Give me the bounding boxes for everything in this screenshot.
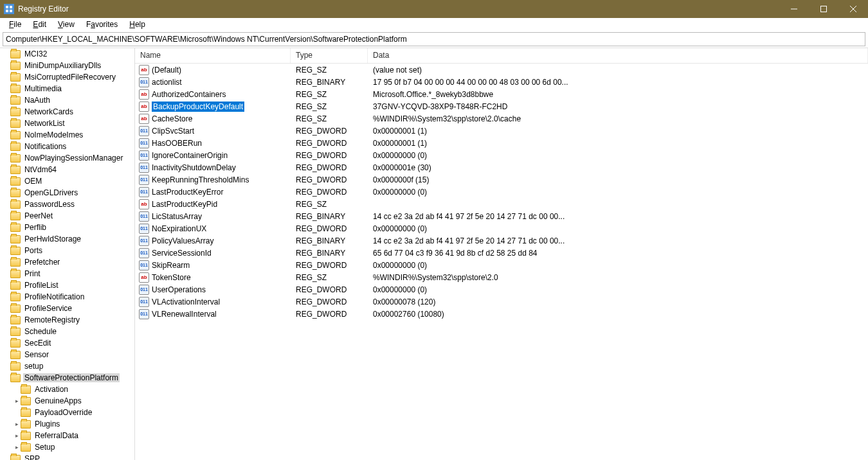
tree-item-label: PasswordLess	[23, 200, 76, 209]
list-row[interactable]: abBackupProductKeyDefaultREG_SZ37GNV-YCQ…	[135, 100, 868, 112]
menu-favorites[interactable]: Favorites	[81, 19, 123, 30]
value-data: 65 6d 77 04 c3 f9 36 41 9d 8b cf d2 58 2…	[368, 249, 868, 258]
menu-file[interactable]: File	[4, 19, 26, 30]
folder-icon	[10, 177, 21, 186]
list-row[interactable]: 011UserOperationsREG_DWORD0x00000000 (0)	[135, 283, 868, 296]
tree-item[interactable]: PeerNet	[0, 210, 134, 222]
tree-item[interactable]: ▸Plugins	[0, 418, 134, 430]
tree-item[interactable]: ▸Activation	[0, 384, 134, 395]
list-row[interactable]: 011VLActivationIntervalREG_DWORD0x000000…	[135, 296, 868, 308]
expander-placeholder	[3, 270, 10, 278]
minimize-button[interactable]	[779, 0, 809, 18]
value-name: LastProductKeyError	[152, 188, 223, 197]
string-value-icon: ab	[139, 114, 149, 124]
list-row[interactable]: 011InactivityShutdownDelayREG_DWORD0x000…	[135, 161, 868, 173]
menu-edit[interactable]: Edit	[28, 19, 51, 30]
list-row[interactable]: 011KeepRunningThresholdMinsREG_DWORD0x00…	[135, 173, 868, 186]
tree-item[interactable]: ProfileNotification	[0, 291, 134, 303]
list-row[interactable]: 011SkipRearmREG_DWORD0x00000000 (0)	[135, 259, 868, 271]
list-row[interactable]: 011VLRenewalIntervalREG_DWORD0x00002760 …	[135, 308, 868, 320]
chevron-right-icon[interactable]: ▸	[13, 420, 21, 428]
tree-item[interactable]: Notifications	[0, 141, 134, 152]
tree-item[interactable]: Schedule	[0, 326, 134, 337]
tree-item[interactable]: Print	[0, 268, 134, 279]
folder-icon	[21, 432, 31, 440]
list-row[interactable]: abLastProductKeyPidREG_SZ	[135, 198, 868, 210]
folder-icon	[10, 247, 21, 255]
value-data: 14 cc e2 3a 2d ab f4 41 97 2f 5e 20 14 2…	[368, 236, 868, 245]
address-bar[interactable]: Computer\HKEY_LOCAL_MACHINE\SOFTWARE\Mic…	[3, 32, 865, 46]
list-row[interactable]: 011HasOOBERunREG_DWORD0x00000001 (1)	[135, 137, 868, 149]
tree-item[interactable]: Perflib	[0, 222, 134, 233]
tree-item[interactable]: NetworkCards	[0, 106, 134, 118]
tree-item[interactable]: MCI32	[0, 48, 134, 60]
tree-item[interactable]: ▸ReferralData	[0, 430, 134, 441]
list-row[interactable]: 011ClipSvcStartREG_DWORD0x00000001 (1)	[135, 125, 868, 137]
menu-view[interactable]: View	[53, 19, 80, 30]
list-row[interactable]: 011IgnoreContainerOriginREG_DWORD0x00000…	[135, 149, 868, 161]
tree-item[interactable]: NetworkList	[0, 118, 134, 129]
tree-item[interactable]: SecEdit	[0, 337, 134, 349]
menu-help[interactable]: Help	[124, 19, 150, 30]
tree-item-label: Sensor	[23, 350, 50, 359]
tree-item[interactable]: NowPlayingSessionManager	[0, 152, 134, 164]
expander-placeholder	[3, 316, 10, 324]
tree-item[interactable]: NoImeModeImes	[0, 129, 134, 141]
maximize-button[interactable]	[809, 0, 838, 18]
folder-icon	[10, 73, 21, 82]
tree-item[interactable]: setup	[0, 360, 134, 372]
folder-icon	[21, 409, 31, 417]
list-row[interactable]: 011actionlistREG_BINARY17 95 0f b7 04 00…	[135, 76, 868, 88]
folder-icon	[10, 316, 21, 324]
expander-placeholder	[3, 247, 10, 254]
tree-pane[interactable]: MCI32MiniDumpAuxiliaryDllsMsiCorruptedFi…	[0, 48, 135, 460]
tree-item[interactable]: ▸PayloadOverride	[0, 407, 134, 418]
tree-item[interactable]: ProfileList	[0, 279, 134, 291]
tree-item[interactable]: PerHwIdStorage	[0, 233, 134, 245]
chevron-right-icon[interactable]: ▸	[13, 443, 21, 451]
tree-item[interactable]: SPP	[0, 453, 134, 460]
tree-item[interactable]: NaAuth	[0, 94, 134, 106]
tree-item[interactable]: Multimedia	[0, 83, 134, 94]
value-type: REG_SZ	[291, 90, 368, 99]
folder-icon	[10, 374, 21, 382]
titlebar[interactable]: Registry Editor	[0, 0, 868, 18]
column-header-type[interactable]: Type	[291, 48, 368, 63]
tree-item[interactable]: MsiCorruptedFileRecovery	[0, 71, 134, 83]
value-data: 0x00000000 (0)	[368, 224, 868, 233]
list-row[interactable]: abAuthorizedContainersREG_SZMicrosoft.Of…	[135, 88, 868, 100]
value-name: IgnoreContainerOrigin	[152, 151, 228, 160]
tree-item[interactable]: Prefetcher	[0, 256, 134, 268]
tree-item[interactable]: ▸Setup	[0, 441, 134, 453]
binary-value-icon: 011	[139, 150, 149, 161]
value-type: REG_DWORD	[291, 127, 368, 136]
tree-item[interactable]: NtVdm64	[0, 164, 134, 175]
tree-item[interactable]: MiniDumpAuxiliaryDlls	[0, 60, 134, 71]
list-row[interactable]: abCacheStoreREG_SZ%WINDIR%\System32\spp\…	[135, 112, 868, 125]
list-row[interactable]: 011PolicyValuesArrayREG_BINARY14 cc e2 3…	[135, 234, 868, 247]
close-button[interactable]	[838, 0, 868, 18]
column-header-data[interactable]: Data	[368, 48, 868, 63]
tree-item[interactable]: SoftwareProtectionPlatform	[0, 372, 134, 384]
list-row[interactable]: abTokenStoreREG_SZ%WINDIR%\System32\spp\…	[135, 271, 868, 283]
list-pane[interactable]: Name Type Data ab(Default)REG_SZ(value n…	[135, 48, 868, 460]
list-row[interactable]: 011LicStatusArrayREG_BINARY14 cc e2 3a 2…	[135, 210, 868, 222]
tree-item[interactable]: RemoteRegistry	[0, 314, 134, 326]
chevron-right-icon[interactable]: ▸	[13, 432, 21, 439]
tree-item[interactable]: ▸GenuineApps	[0, 395, 134, 407]
list-row[interactable]: 011LastProductKeyErrorREG_DWORD0x0000000…	[135, 186, 868, 198]
tree-item[interactable]: PasswordLess	[0, 199, 134, 210]
list-row[interactable]: 011ServiceSessionIdREG_BINARY65 6d 77 04…	[135, 247, 868, 259]
tree-item[interactable]: OpenGLDrivers	[0, 187, 134, 199]
tree-item-label: NoImeModeImes	[23, 130, 84, 139]
tree-item[interactable]: OEM	[0, 175, 134, 187]
expander-placeholder	[3, 62, 10, 69]
tree-item-label: GenuineApps	[33, 396, 83, 405]
chevron-right-icon[interactable]: ▸	[13, 397, 21, 405]
list-row[interactable]: ab(Default)REG_SZ(value not set)	[135, 64, 868, 76]
tree-item[interactable]: ProfileService	[0, 303, 134, 314]
tree-item[interactable]: Sensor	[0, 349, 134, 360]
tree-item[interactable]: Ports	[0, 245, 134, 256]
list-row[interactable]: 011NoExpirationUXREG_DWORD0x00000000 (0)	[135, 222, 868, 234]
column-header-name[interactable]: Name	[135, 48, 291, 63]
